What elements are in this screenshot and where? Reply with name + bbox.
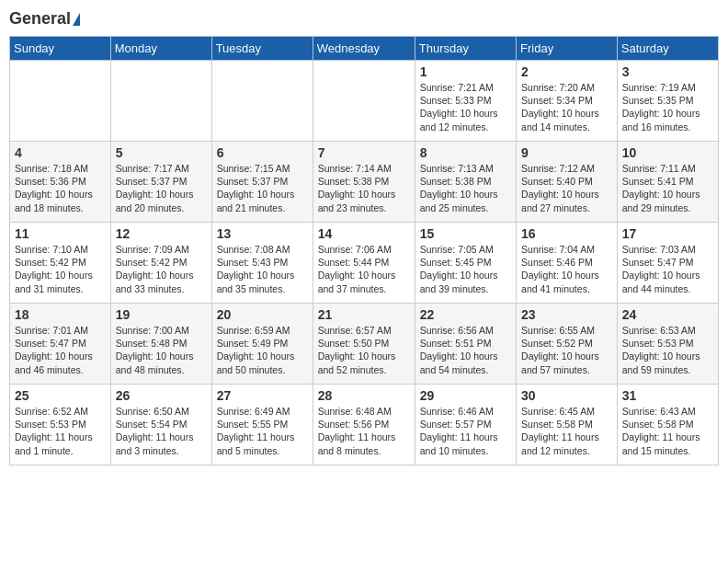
calendar-cell: 13Sunrise: 7:08 AM Sunset: 5:43 PM Dayli… (211, 223, 313, 304)
calendar-cell (10, 61, 111, 142)
day-number: 9 (521, 145, 612, 160)
calendar-cell: 9Sunrise: 7:12 AM Sunset: 5:40 PM Daylig… (517, 142, 618, 223)
day-number: 22 (420, 307, 511, 322)
calendar-cell: 23Sunrise: 6:55 AM Sunset: 5:52 PM Dayli… (517, 304, 618, 385)
day-detail: Sunrise: 6:45 AM Sunset: 5:58 PM Dayligh… (521, 405, 612, 457)
calendar-cell: 1Sunrise: 7:21 AM Sunset: 5:33 PM Daylig… (415, 61, 516, 142)
calendar-cell: 2Sunrise: 7:20 AM Sunset: 5:34 PM Daylig… (517, 61, 618, 142)
calendar-cell: 6Sunrise: 7:15 AM Sunset: 5:37 PM Daylig… (211, 142, 313, 223)
calendar-cell: 5Sunrise: 7:17 AM Sunset: 5:37 PM Daylig… (110, 142, 211, 223)
day-number: 29 (420, 388, 511, 403)
calendar-cell: 24Sunrise: 6:53 AM Sunset: 5:53 PM Dayli… (617, 304, 718, 385)
day-detail: Sunrise: 7:03 AM Sunset: 5:47 PM Dayligh… (622, 243, 713, 295)
day-number: 6 (217, 145, 308, 160)
day-detail: Sunrise: 6:55 AM Sunset: 5:52 PM Dayligh… (521, 324, 612, 376)
calendar-cell (313, 61, 415, 142)
calendar-cell: 26Sunrise: 6:50 AM Sunset: 5:54 PM Dayli… (110, 385, 211, 465)
calendar-cell: 12Sunrise: 7:09 AM Sunset: 5:42 PM Dayli… (110, 223, 211, 304)
day-number: 5 (116, 145, 207, 160)
day-detail: Sunrise: 7:12 AM Sunset: 5:40 PM Dayligh… (521, 162, 612, 214)
calendar-cell: 29Sunrise: 6:46 AM Sunset: 5:57 PM Dayli… (415, 385, 516, 465)
logo-triangle-icon (73, 13, 80, 26)
day-number: 24 (622, 307, 713, 322)
day-detail: Sunrise: 7:01 AM Sunset: 5:47 PM Dayligh… (15, 324, 106, 376)
day-detail: Sunrise: 7:11 AM Sunset: 5:41 PM Dayligh… (622, 162, 713, 214)
day-number: 11 (15, 226, 106, 241)
col-header-saturday: Saturday (617, 37, 718, 61)
day-number: 10 (622, 145, 713, 160)
day-detail: Sunrise: 7:18 AM Sunset: 5:36 PM Dayligh… (15, 162, 106, 214)
day-detail: Sunrise: 7:04 AM Sunset: 5:46 PM Dayligh… (521, 243, 612, 295)
day-number: 19 (116, 307, 207, 322)
day-number: 27 (217, 388, 308, 403)
day-detail: Sunrise: 7:21 AM Sunset: 5:33 PM Dayligh… (420, 81, 511, 133)
day-number: 15 (420, 226, 511, 241)
day-number: 8 (420, 145, 511, 160)
day-detail: Sunrise: 7:08 AM Sunset: 5:43 PM Dayligh… (217, 243, 308, 295)
day-number: 28 (318, 388, 410, 403)
day-number: 4 (15, 145, 106, 160)
col-header-tuesday: Tuesday (211, 37, 313, 61)
day-detail: Sunrise: 6:43 AM Sunset: 5:58 PM Dayligh… (622, 405, 713, 457)
calendar-table: SundayMondayTuesdayWednesdayThursdayFrid… (9, 36, 719, 465)
col-header-sunday: Sunday (10, 37, 111, 61)
logo-general: General (9, 9, 71, 29)
calendar-cell: 10Sunrise: 7:11 AM Sunset: 5:41 PM Dayli… (617, 142, 718, 223)
calendar-cell: 18Sunrise: 7:01 AM Sunset: 5:47 PM Dayli… (10, 304, 111, 385)
calendar-cell: 21Sunrise: 6:57 AM Sunset: 5:50 PM Dayli… (313, 304, 415, 385)
calendar-cell: 14Sunrise: 7:06 AM Sunset: 5:44 PM Dayli… (313, 223, 415, 304)
page-header: General (9, 9, 719, 29)
day-number: 21 (318, 307, 410, 322)
day-number: 13 (217, 226, 308, 241)
col-header-monday: Monday (110, 37, 211, 61)
calendar-cell: 31Sunrise: 6:43 AM Sunset: 5:58 PM Dayli… (617, 385, 718, 465)
calendar-cell: 7Sunrise: 7:14 AM Sunset: 5:38 PM Daylig… (313, 142, 415, 223)
calendar-cell: 22Sunrise: 6:56 AM Sunset: 5:51 PM Dayli… (415, 304, 516, 385)
calendar-cell: 15Sunrise: 7:05 AM Sunset: 5:45 PM Dayli… (415, 223, 516, 304)
calendar-cell: 17Sunrise: 7:03 AM Sunset: 5:47 PM Dayli… (617, 223, 718, 304)
col-header-thursday: Thursday (415, 37, 516, 61)
day-detail: Sunrise: 6:46 AM Sunset: 5:57 PM Dayligh… (420, 405, 511, 457)
day-detail: Sunrise: 7:09 AM Sunset: 5:42 PM Dayligh… (116, 243, 207, 295)
day-number: 26 (116, 388, 207, 403)
day-detail: Sunrise: 7:06 AM Sunset: 5:44 PM Dayligh… (318, 243, 410, 295)
day-detail: Sunrise: 6:53 AM Sunset: 5:53 PM Dayligh… (622, 324, 713, 376)
day-detail: Sunrise: 6:50 AM Sunset: 5:54 PM Dayligh… (116, 405, 207, 457)
day-detail: Sunrise: 7:00 AM Sunset: 5:48 PM Dayligh… (116, 324, 207, 376)
col-header-friday: Friday (517, 37, 618, 61)
day-detail: Sunrise: 7:15 AM Sunset: 5:37 PM Dayligh… (217, 162, 308, 214)
day-detail: Sunrise: 6:59 AM Sunset: 5:49 PM Dayligh… (217, 324, 308, 376)
day-detail: Sunrise: 6:57 AM Sunset: 5:50 PM Dayligh… (318, 324, 410, 376)
col-header-wednesday: Wednesday (313, 37, 415, 61)
day-number: 12 (116, 226, 207, 241)
calendar-cell: 25Sunrise: 6:52 AM Sunset: 5:53 PM Dayli… (10, 385, 111, 465)
day-number: 17 (622, 226, 713, 241)
day-number: 30 (521, 388, 612, 403)
day-detail: Sunrise: 6:52 AM Sunset: 5:53 PM Dayligh… (15, 405, 106, 457)
day-detail: Sunrise: 6:56 AM Sunset: 5:51 PM Dayligh… (420, 324, 511, 376)
calendar-cell: 16Sunrise: 7:04 AM Sunset: 5:46 PM Dayli… (517, 223, 618, 304)
calendar-cell: 27Sunrise: 6:49 AM Sunset: 5:55 PM Dayli… (211, 385, 313, 465)
calendar-cell (211, 61, 313, 142)
day-detail: Sunrise: 6:49 AM Sunset: 5:55 PM Dayligh… (217, 405, 308, 457)
day-number: 20 (217, 307, 308, 322)
day-number: 25 (15, 388, 106, 403)
day-number: 3 (622, 64, 713, 79)
day-detail: Sunrise: 7:19 AM Sunset: 5:35 PM Dayligh… (622, 81, 713, 133)
day-detail: Sunrise: 7:10 AM Sunset: 5:42 PM Dayligh… (15, 243, 106, 295)
day-detail: Sunrise: 7:13 AM Sunset: 5:38 PM Dayligh… (420, 162, 511, 214)
calendar-cell: 11Sunrise: 7:10 AM Sunset: 5:42 PM Dayli… (10, 223, 111, 304)
day-number: 14 (318, 226, 410, 241)
day-number: 1 (420, 64, 511, 79)
day-detail: Sunrise: 7:14 AM Sunset: 5:38 PM Dayligh… (318, 162, 410, 214)
day-number: 7 (318, 145, 410, 160)
day-detail: Sunrise: 7:05 AM Sunset: 5:45 PM Dayligh… (420, 243, 511, 295)
calendar-cell: 30Sunrise: 6:45 AM Sunset: 5:58 PM Dayli… (517, 385, 618, 465)
day-number: 31 (622, 388, 713, 403)
calendar-cell: 19Sunrise: 7:00 AM Sunset: 5:48 PM Dayli… (110, 304, 211, 385)
calendar-cell: 28Sunrise: 6:48 AM Sunset: 5:56 PM Dayli… (313, 385, 415, 465)
calendar-cell: 3Sunrise: 7:19 AM Sunset: 5:35 PM Daylig… (617, 61, 718, 142)
day-number: 18 (15, 307, 106, 322)
day-number: 23 (521, 307, 612, 322)
day-number: 2 (521, 64, 612, 79)
